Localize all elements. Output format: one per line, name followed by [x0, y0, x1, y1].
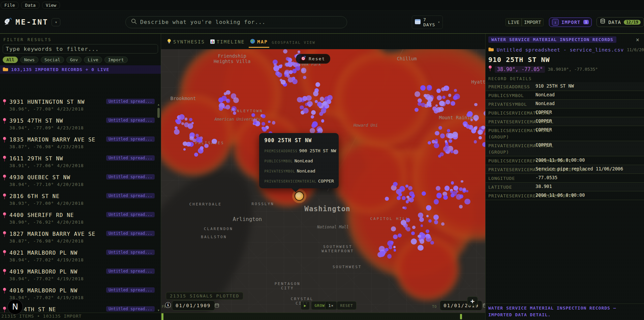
result-source-badge[interactable]: Untitled spread... [106, 306, 155, 312]
zoom-in-button[interactable]: + [467, 296, 478, 306]
chevron-down-icon[interactable]: ▾ [52, 18, 60, 26]
result-address: 1835 MARION BARRY AVE SE [9, 136, 95, 143]
records-summary-bar[interactable]: 103,135 IMPORTED RECORDS + 0 LIVE [0, 65, 161, 74]
data-button[interactable]: DATA 12/19 [596, 17, 644, 27]
menu-item-view[interactable]: View [42, 2, 60, 9]
from-date-input[interactable]: 01/01/1909 [172, 300, 215, 311]
tooltip-field: PUBLICSYMBOLNonLead [265, 157, 333, 164]
record-field-value: 2006-11-06 0:00:00 [535, 157, 585, 163]
result-row[interactable]: 4019 MARLBORO PL NWUntitled spread...38.… [0, 268, 157, 284]
signal-dot [427, 85, 432, 90]
signal-dot [464, 124, 467, 127]
record-field-value: COPPER [535, 142, 552, 148]
result-row[interactable]: 4021 MARLBORO PL NWUntitled spread...38.… [0, 249, 157, 265]
signal-dot [385, 197, 389, 201]
timeline-track[interactable] [161, 313, 485, 320]
speed-button[interactable]: 1× [325, 301, 337, 310]
filter-chip-social[interactable]: Social [41, 57, 64, 63]
result-source-badge[interactable]: Untitled spread... [106, 287, 155, 293]
signal-dot [254, 122, 256, 124]
menu-item-file[interactable]: File [1, 2, 19, 9]
result-source-badge[interactable]: Untitled spread... [106, 155, 155, 161]
signal-dot [466, 190, 468, 192]
result-coords-date: 38.90°, -76.92° 4/20/2018 [9, 220, 84, 225]
pin-icon [3, 307, 6, 313]
signal-dot [427, 235, 430, 238]
mode-option-import[interactable]: IMPORT [522, 18, 544, 26]
result-source-badge[interactable]: Untitled spread... [106, 268, 155, 274]
map-reset-button[interactable]: Reset [296, 54, 330, 64]
scrollbar-thumb[interactable] [157, 108, 160, 118]
result-source-badge[interactable]: Untitled spread... [106, 99, 155, 104]
signal-dot [191, 122, 194, 124]
signal-dot [301, 68, 307, 73]
filter-chip-all[interactable]: All [3, 57, 18, 63]
filter-chip-news[interactable]: News [20, 57, 38, 63]
tab-synthesis[interactable]: SYNTHESIS [165, 36, 207, 47]
result-row[interactable]: 3931 HUNTINGTON ST NWUntitled spread...3… [0, 98, 157, 114]
record-field-value: COPPER [535, 109, 552, 115]
signal-dot [434, 199, 439, 204]
signal-dot [428, 219, 432, 223]
menu-item-data[interactable]: Data [21, 2, 39, 9]
scroll-up-icon[interactable]: ▲ [157, 103, 160, 106]
record-field-value: 38.901 [535, 184, 552, 189]
result-source-badge[interactable]: Untitled spread... [106, 212, 155, 217]
result-row[interactable]: 1835 MARION BARRY AVE SEUntitled spread.… [0, 136, 157, 152]
result-row[interactable]: 1611 29TH ST NWUntitled spread...38.91°,… [0, 155, 157, 170]
result-coords-date: 38.94°, -77.02° 4/19/2018 [9, 276, 84, 281]
dev-mode-badge[interactable]: N [7, 299, 23, 315]
record-field-value: Service pipe replaced 11/06/2006 [535, 166, 623, 171]
filter-chip-live[interactable]: Live [84, 57, 102, 63]
result-row[interactable]: 1827 MARION BARRY AVE SEUntitled spread.… [0, 230, 157, 246]
signal-dot [437, 95, 442, 100]
tab-timeline[interactable]: TIMELINE [208, 36, 247, 47]
signal-dot [479, 136, 482, 139]
scroll-down-icon[interactable]: ▼ [157, 309, 160, 312]
timeline-reset-button[interactable]: RESET [337, 301, 356, 310]
play-button[interactable]: ▶ [301, 301, 310, 310]
signal-dot [311, 110, 316, 115]
source-row[interactable]: Untitled spreadsheet - service_lines.csv… [486, 43, 644, 53]
result-row[interactable]: 3915 47TH ST NWUntitled spread...38.94°,… [0, 117, 157, 133]
selected-signal-marker[interactable] [295, 191, 304, 201]
geospatial-map[interactable]: Friendship Heights VillaRock Creek ParkC… [161, 49, 485, 320]
result-source-badge[interactable]: Untitled spread... [106, 250, 155, 255]
list-scrollbar[interactable]: ▲ ▼ [157, 103, 160, 312]
signal-dot [464, 199, 470, 205]
result-list[interactable]: 3931 HUNTINGTON ST NWUntitled spread...3… [0, 98, 157, 313]
close-icon[interactable]: × [634, 36, 641, 43]
signal-dot [233, 111, 236, 115]
import-button-label: IMPORT [561, 20, 581, 25]
search-input[interactable]: Describe what you're looking for... [125, 16, 347, 28]
signal-dot [470, 119, 473, 121]
record-field-value: NonLead [535, 101, 555, 106]
result-row[interactable]: 2816 6TH ST NEUntitled spread...38.93°, … [0, 193, 157, 208]
source-link[interactable]: Untitled spreadsheet - service_lines.csv [497, 47, 624, 53]
signal-dot [420, 85, 426, 91]
result-row[interactable]: 4930 QUEBEC ST NWUntitled spread...38.94… [0, 174, 157, 189]
result-source-badge[interactable]: Untitled spread... [106, 118, 155, 123]
filter-chip-gov[interactable]: Gov [66, 57, 82, 63]
date-range-button[interactable]: 7 DAYS ▾ [412, 15, 443, 29]
result-source-badge[interactable]: Untitled spread... [106, 193, 155, 198]
signal-dot [379, 251, 385, 257]
import-button[interactable]: ↓ IMPORT 1 [549, 18, 592, 27]
result-row[interactable]: 412 4TH ST NEUntitled spread...38.90°, -… [0, 306, 157, 313]
calendar-icon [215, 302, 219, 309]
tab-map[interactable]: MAP [248, 36, 270, 47]
search-placeholder: Describe what you're looking for... [140, 19, 266, 25]
keyword-filter-input[interactable]: Type keywords to filter... [3, 44, 158, 54]
result-source-badge[interactable]: Untitled spread... [106, 174, 155, 180]
result-row[interactable]: 4016 MARLBORO PL NWUntitled spread...38.… [0, 287, 157, 302]
result-row[interactable]: 4400 SHERIFF RD NEUntitled spread...38.9… [0, 212, 157, 227]
signal-dot [262, 127, 267, 132]
mode-option-live[interactable]: LIVE [505, 18, 522, 26]
info-icon[interactable]: i [165, 302, 171, 308]
signal-dot [428, 141, 431, 145]
timeline-scrubber[interactable] [460, 314, 462, 319]
filter-chip-import[interactable]: Import [104, 57, 128, 63]
result-source-badge[interactable]: Untitled spread... [106, 136, 155, 142]
globe-icon [250, 39, 255, 45]
result-source-badge[interactable]: Untitled spread... [106, 231, 155, 236]
